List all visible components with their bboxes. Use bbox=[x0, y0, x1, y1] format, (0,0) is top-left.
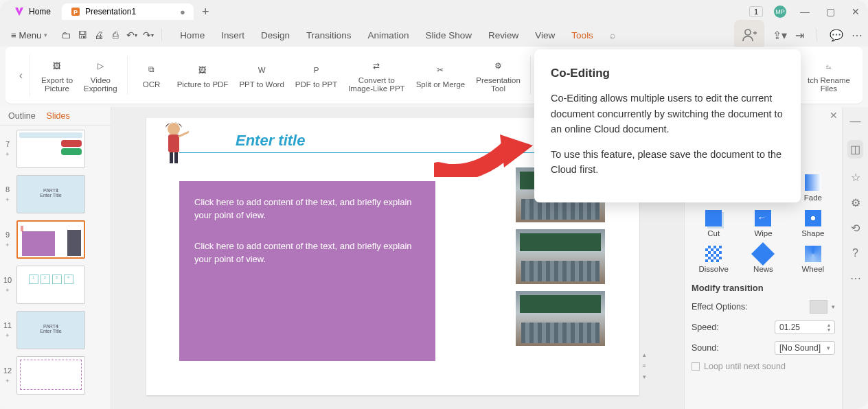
tab-slides[interactable]: Slides bbox=[47, 111, 70, 121]
menu-insert[interactable]: Insert bbox=[221, 30, 244, 40]
menu-home[interactable]: Home bbox=[180, 30, 205, 40]
convert-icon: ⇄ bbox=[368, 58, 385, 73]
preview-icon[interactable]: ⎙ bbox=[108, 27, 123, 43]
new-tab-button[interactable]: + bbox=[196, 5, 215, 19]
save-icon[interactable]: 🖫 bbox=[75, 27, 90, 43]
trans-dissolve[interactable]: Dissolve bbox=[692, 246, 735, 273]
slide-image-2[interactable] bbox=[516, 229, 605, 284]
tooltip-title: Co-Editing bbox=[551, 65, 784, 82]
minimize-icon[interactable]: — bbox=[797, 6, 812, 17]
rib-video-export[interactable]: ▷Video Exporting bbox=[78, 51, 123, 100]
ribbon-scroll-left[interactable]: ‹ bbox=[12, 54, 30, 97]
thumb-8[interactable]: PART3Enter Title bbox=[16, 175, 85, 213]
thumb-11[interactable]: PART4Enter Title bbox=[16, 311, 85, 349]
sound-label: Sound: bbox=[692, 343, 719, 353]
sound-dropdown[interactable]: [No Sound]▾ bbox=[775, 341, 835, 355]
speed-label: Speed: bbox=[692, 323, 719, 332]
thumb-10[interactable]: 1234 bbox=[16, 266, 85, 304]
ppt-file-icon: P bbox=[70, 6, 81, 17]
svg-rect-7 bbox=[178, 130, 189, 137]
teacher-figure-icon bbox=[159, 121, 189, 165]
rib-label: Export to Picture bbox=[41, 76, 73, 93]
ppt-word-icon: W bbox=[253, 62, 270, 78]
menu-label: Menu bbox=[19, 30, 42, 40]
menu-tools[interactable]: Tools bbox=[571, 30, 593, 40]
modify-heading: Modify transition bbox=[692, 283, 835, 293]
svg-point-3 bbox=[168, 123, 180, 135]
hamburger-menu[interactable]: ≡ Menu ▾ bbox=[5, 27, 53, 43]
close-window-icon[interactable]: ✕ bbox=[849, 6, 863, 17]
effect-options-dropdown[interactable]: ▾ bbox=[810, 300, 835, 314]
rib-export-picture[interactable]: 🖼Export to Picture bbox=[36, 51, 78, 100]
thumb-12[interactable] bbox=[16, 356, 85, 395]
menu-design[interactable]: Design bbox=[261, 30, 290, 40]
rail-minimize-icon[interactable]: — bbox=[850, 115, 861, 128]
share-icon[interactable]: ⇪▾ bbox=[773, 29, 787, 42]
batch-icon: ⎁ bbox=[821, 58, 837, 73]
menu-animation[interactable]: Animation bbox=[367, 30, 409, 40]
rib-batch-rename[interactable]: ⎁tch Rename Files bbox=[802, 51, 856, 100]
rail-settings-icon[interactable]: ⚙ bbox=[851, 196, 860, 209]
tooltip-p2: To use this feature, please save the doc… bbox=[551, 147, 784, 178]
pic-pdf-icon: 🖼 bbox=[194, 62, 211, 78]
maximize-icon[interactable]: ▢ bbox=[823, 6, 838, 17]
tooltip-p1: Co-Editing allows multiple users to edit… bbox=[551, 91, 784, 137]
export-icon[interactable]: ⇥ bbox=[795, 29, 804, 42]
loop-checkbox-row[interactable]: Loop until next sound bbox=[692, 362, 835, 371]
main-menu: Home Insert Design Transitions Animation… bbox=[180, 30, 615, 40]
hamburger-icon: ≡ bbox=[11, 30, 16, 40]
trans-shape[interactable]: Shape bbox=[791, 210, 835, 237]
svg-point-2 bbox=[745, 30, 751, 35]
tab-outline[interactable]: Outline bbox=[8, 111, 36, 121]
more-icon[interactable]: ⋯ bbox=[852, 29, 863, 42]
rib-convert-image[interactable]: ⇄Convert to Image-Like PPT bbox=[343, 51, 410, 100]
rib-pic-pdf[interactable]: 🖼Picture to PDF bbox=[172, 51, 234, 100]
slide-text-box[interactable]: Click here to add content of the text, a… bbox=[179, 181, 435, 361]
slide-body-1: Click here to add content of the text, a… bbox=[194, 196, 420, 222]
pdf-ppt-icon: P bbox=[308, 62, 324, 78]
rail-help-icon[interactable]: ? bbox=[852, 247, 858, 259]
redo-icon[interactable]: ↷▾ bbox=[141, 27, 156, 43]
rib-pdf-ppt[interactable]: PPDF to PPT bbox=[290, 51, 343, 100]
tab-document[interactable]: P Presentation1 ● bbox=[62, 3, 194, 20]
open-folder-icon[interactable]: 🗀 bbox=[58, 27, 73, 43]
rail-history-icon[interactable]: ⟲ bbox=[851, 222, 860, 235]
undo-icon[interactable]: ↶▾ bbox=[124, 27, 139, 43]
trans-news[interactable]: News bbox=[741, 246, 785, 273]
video-icon: ▷ bbox=[92, 58, 108, 73]
rail-more-icon[interactable]: ⋯ bbox=[850, 272, 861, 285]
trans-wheel[interactable]: Wheel bbox=[791, 246, 835, 273]
trans-cut[interactable]: Cut bbox=[692, 210, 735, 237]
menu-transitions[interactable]: Transitions bbox=[306, 30, 352, 40]
speed-input[interactable]: 01.25▴▾ bbox=[775, 320, 835, 334]
right-rail: — ◫ ☆ ⚙ ⟲ ? ⋯ bbox=[842, 107, 868, 409]
rail-favorite-icon[interactable]: ☆ bbox=[851, 171, 860, 184]
menu-slideshow[interactable]: Slide Show bbox=[426, 30, 472, 40]
tab-home[interactable]: Home bbox=[5, 3, 59, 20]
co-editing-button[interactable] bbox=[734, 20, 764, 50]
page-indicator[interactable]: 1 bbox=[749, 6, 763, 17]
trans-wipe[interactable]: ←Wipe bbox=[741, 210, 785, 237]
thumb-9[interactable] bbox=[16, 220, 85, 259]
user-avatar[interactable]: MP bbox=[774, 5, 786, 18]
rib-label: Presentation Tool bbox=[476, 76, 521, 93]
effect-options-label: Effect Options: bbox=[692, 302, 748, 312]
tab-modified-icon[interactable]: ● bbox=[180, 7, 185, 17]
menu-view[interactable]: View bbox=[535, 30, 555, 40]
picture-icon: 🖼 bbox=[49, 58, 65, 73]
rib-presentation-tool[interactable]: ⚙Presentation Tool bbox=[470, 51, 526, 100]
slide-image-3[interactable] bbox=[516, 291, 605, 346]
rib-ppt-word[interactable]: WPPT to Word bbox=[233, 51, 289, 100]
comment-icon[interactable]: 💬 bbox=[830, 29, 843, 42]
checkbox-icon bbox=[692, 362, 700, 371]
rib-ocr[interactable]: ⧉OCR bbox=[132, 51, 172, 100]
search-icon[interactable]: ⌕ bbox=[610, 30, 615, 40]
rail-transitions-icon[interactable]: ◫ bbox=[847, 140, 863, 159]
menu-review[interactable]: Review bbox=[488, 30, 518, 40]
slide-title[interactable]: Enter title bbox=[236, 132, 305, 150]
thumb-7[interactable] bbox=[16, 130, 85, 168]
panel-close-icon[interactable]: ✕ bbox=[830, 110, 838, 121]
co-editing-icon bbox=[740, 26, 758, 44]
print-icon[interactable]: 🖨 bbox=[91, 27, 106, 43]
rib-split-merge[interactable]: ✂Split or Merge bbox=[411, 51, 471, 100]
